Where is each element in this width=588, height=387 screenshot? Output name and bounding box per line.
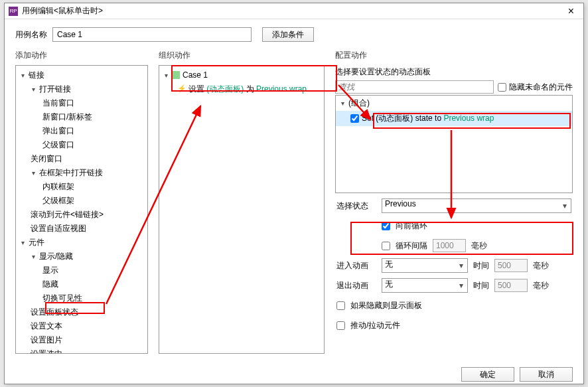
panel-set-row[interactable]: Set (动态面板) state to Previous wrap <box>336 111 572 126</box>
select-state-label: 选择状态 <box>336 200 376 212</box>
anim-out-select[interactable]: 无 <box>382 278 468 293</box>
chevron-down-icon <box>163 72 169 78</box>
tree-open-frame[interactable]: 在框架中打开链接 <box>16 166 147 180</box>
case-name-input[interactable] <box>52 27 252 42</box>
anim-in-select[interactable]: 无 <box>382 258 468 273</box>
select-state-row: 选择状态 Previous <box>336 198 571 213</box>
search-input[interactable] <box>335 80 494 94</box>
loop-ms-input <box>433 239 466 252</box>
wrap-forward-checkbox[interactable] <box>382 222 390 230</box>
tree-widgets[interactable]: 元件 <box>16 236 147 250</box>
action-text: 设置 (动态面板) 为 Previous wrap <box>188 84 307 95</box>
chevron-down-icon <box>20 72 26 78</box>
tree-toggle[interactable]: 切换可见性 <box>16 291 147 305</box>
case-tree[interactable]: Case 1 设置 (动态面板) 为 Previous wrap <box>159 65 325 354</box>
organize-action-label: 组织动作 <box>159 50 325 61</box>
loop-interval-row: 循环间隔 毫秒 <box>336 238 571 253</box>
chevron-down-icon <box>340 100 346 106</box>
anim-out-row: 退出动画 无 时间 毫秒 <box>336 278 571 293</box>
configure-action-label: 配置动作 <box>335 50 573 61</box>
show-if-hidden-row: 如果隐藏则显示面板 <box>336 298 571 313</box>
dialog-title: 用例编辑<鼠标单击时> <box>22 5 103 17</box>
action-tree[interactable]: 链接 打开链接 当前窗口 新窗口/新标签 弹出窗口 父级窗口 关闭窗口 在框架中… <box>15 65 148 354</box>
add-action-panel: 添加动作 链接 打开链接 当前窗口 新窗口/新标签 弹出窗口 父级窗口 关闭窗口… <box>15 50 148 354</box>
tree-links[interactable]: 链接 <box>16 68 147 82</box>
tree-hide[interactable]: 隐藏 <box>16 277 147 291</box>
hide-unnamed-checkbox[interactable] <box>498 83 506 92</box>
tree-show[interactable]: 显示 <box>16 264 147 277</box>
anim-in-row: 进入动画 无 时间 毫秒 <box>336 258 571 273</box>
push-pull-checkbox[interactable] <box>336 321 345 330</box>
cancel-button[interactable]: 取消 <box>520 367 573 382</box>
wrap-forward-row: 向前循环 <box>336 218 571 233</box>
chevron-down-icon <box>31 86 37 92</box>
titlebar: RP 用例编辑<鼠标单击时> × <box>5 3 583 19</box>
case-row[interactable]: Case 1 <box>159 68 324 82</box>
bolt-icon <box>178 86 186 94</box>
config-options: 选择状态 Previous 向前循环 循环间隔 毫秒 进入动画 无 时间 <box>335 198 573 333</box>
dialog-buttons: 确定 取消 <box>5 362 583 382</box>
case-icon <box>172 71 180 79</box>
case-name: Case 1 <box>183 70 208 80</box>
state-select[interactable]: Previous <box>382 198 571 213</box>
tree-new-window[interactable]: 新窗口/新标签 <box>16 110 147 124</box>
loop-checkbox[interactable] <box>382 242 390 250</box>
tree-set-image[interactable]: 设置图片 <box>16 333 147 347</box>
panel-checkbox[interactable] <box>350 114 359 123</box>
tree-scroll-anchor[interactable]: 滚动到元件<锚链接> <box>16 208 147 222</box>
hide-unnamed[interactable]: 隐藏未命名的元件 <box>498 82 573 93</box>
select-panel-label: 选择要设置状态的动态面板 <box>335 66 573 78</box>
tree-parent-window[interactable]: 父级窗口 <box>16 138 147 152</box>
configure-action-panel: 配置动作 选择要设置状态的动态面板 隐藏未命名的元件 (组合) Set (动态面… <box>335 50 573 354</box>
chevron-down-icon <box>31 170 37 176</box>
close-icon[interactable]: × <box>563 5 579 17</box>
tree-popup[interactable]: 弹出窗口 <box>16 124 147 138</box>
tree-open-link[interactable]: 打开链接 <box>16 82 147 96</box>
organize-action-panel: 组织动作 Case 1 设置 (动态面板) 为 Previous wrap <box>159 50 325 354</box>
case-editor-dialog: RP 用例编辑<鼠标单击时> × 用例名称 添加条件 添加动作 链接 打开链接 … <box>4 3 584 384</box>
anim-out-time <box>494 279 528 292</box>
add-action-label: 添加动作 <box>15 50 148 61</box>
add-condition-button[interactable]: 添加条件 <box>262 27 314 42</box>
tree-set-panel-state[interactable]: 设置面板状态 <box>16 305 147 319</box>
panel-set-text: Set (动态面板) state to Previous wrap <box>362 113 494 124</box>
chevron-down-icon <box>20 240 26 246</box>
case-name-label: 用例名称 <box>15 29 47 40</box>
tree-set-text[interactable]: 设置文本 <box>16 319 147 333</box>
header-row: 用例名称 添加条件 <box>5 19 583 50</box>
panel-group[interactable]: (组合) <box>336 96 572 111</box>
tree-parent-frame[interactable]: 父级框架 <box>16 194 147 208</box>
tree-adaptive[interactable]: 设置自适应视图 <box>16 222 147 236</box>
tree-inline-frame[interactable]: 内联框架 <box>16 180 147 194</box>
tree-show-hide[interactable]: 显示/隐藏 <box>16 250 147 264</box>
chevron-down-icon <box>31 254 37 260</box>
panel-tree[interactable]: (组合) Set (动态面板) state to Previous wrap <box>335 95 573 193</box>
app-icon: RP <box>9 7 18 16</box>
push-pull-row: 推动/拉动元件 <box>336 318 571 333</box>
tree-set-selected[interactable]: 设置选中 <box>16 347 147 354</box>
action-row[interactable]: 设置 (动态面板) 为 Previous wrap <box>159 82 324 97</box>
tree-current-window[interactable]: 当前窗口 <box>16 96 147 110</box>
tree-close-window[interactable]: 关闭窗口 <box>16 152 147 166</box>
anim-in-time <box>494 259 528 272</box>
ok-button[interactable]: 确定 <box>461 367 514 382</box>
show-if-hidden-checkbox[interactable] <box>336 301 345 310</box>
